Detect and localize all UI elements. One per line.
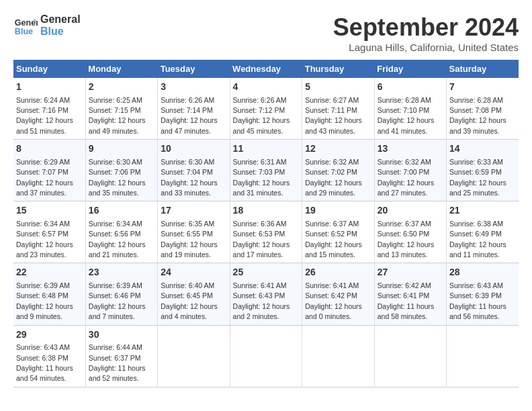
day-info: Sunrise: 6:30 AM Sunset: 7:04 PM Dayligh…: [161, 158, 218, 197]
logo-blue: Blue: [40, 26, 81, 38]
day-number: 6: [378, 81, 443, 94]
day-info: Sunrise: 6:34 AM Sunset: 6:56 PM Dayligh…: [89, 220, 146, 259]
day-number: 24: [161, 266, 226, 279]
header-thursday: Thursday: [302, 60, 374, 78]
day-info: Sunrise: 6:26 AM Sunset: 7:12 PM Dayligh…: [233, 96, 290, 135]
day-cell: 1 Sunrise: 6:24 AM Sunset: 7:16 PM Dayli…: [13, 78, 85, 140]
day-info: Sunrise: 6:40 AM Sunset: 6:45 PM Dayligh…: [161, 281, 218, 320]
day-number: 7: [449, 81, 516, 94]
day-number: 14: [449, 142, 516, 156]
week-row-3: 15 Sunrise: 6:34 AM Sunset: 6:57 PM Dayl…: [13, 201, 519, 263]
day-number: 5: [305, 81, 371, 94]
day-cell: 25 Sunrise: 6:41 AM Sunset: 6:43 PM Dayl…: [230, 263, 302, 325]
calendar-table: SundayMondayTuesdayWednesdayThursdayFrid…: [13, 60, 519, 387]
day-info: Sunrise: 6:31 AM Sunset: 7:03 PM Dayligh…: [233, 158, 290, 197]
day-number: 20: [378, 204, 443, 218]
header-sunday: Sunday: [13, 60, 85, 78]
day-number: 27: [378, 266, 443, 279]
day-info: Sunrise: 6:26 AM Sunset: 7:14 PM Dayligh…: [161, 96, 218, 135]
day-number: 12: [305, 142, 371, 156]
day-number: 4: [233, 81, 300, 94]
day-number: 21: [449, 204, 516, 218]
day-cell: 23 Sunrise: 6:39 AM Sunset: 6:46 PM Dayl…: [85, 263, 157, 325]
day-cell: 18 Sunrise: 6:36 AM Sunset: 6:53 PM Dayl…: [230, 201, 302, 263]
title-area: September 2024 Laguna Hills, California,…: [333, 13, 519, 53]
day-cell: 17 Sunrise: 6:35 AM Sunset: 6:55 PM Dayl…: [158, 201, 230, 263]
day-info: Sunrise: 6:44 AM Sunset: 6:37 PM Dayligh…: [89, 343, 146, 382]
day-number: 11: [233, 142, 300, 156]
day-cell: 16 Sunrise: 6:34 AM Sunset: 6:56 PM Dayl…: [85, 201, 157, 263]
day-number: 16: [89, 204, 154, 218]
day-info: Sunrise: 6:34 AM Sunset: 6:57 PM Dayligh…: [16, 220, 73, 259]
svg-text:Blue: Blue: [15, 27, 33, 36]
day-info: Sunrise: 6:32 AM Sunset: 7:02 PM Dayligh…: [305, 158, 362, 197]
day-info: Sunrise: 6:42 AM Sunset: 6:41 PM Dayligh…: [378, 281, 435, 320]
day-cell: 27 Sunrise: 6:42 AM Sunset: 6:41 PM Dayl…: [374, 263, 446, 325]
day-cell: 22 Sunrise: 6:39 AM Sunset: 6:48 PM Dayl…: [13, 263, 85, 325]
week-row-2: 8 Sunrise: 6:29 AM Sunset: 7:07 PM Dayli…: [13, 140, 519, 201]
day-cell: 5 Sunrise: 6:27 AM Sunset: 7:11 PM Dayli…: [302, 78, 374, 140]
day-info: Sunrise: 6:39 AM Sunset: 6:48 PM Dayligh…: [16, 281, 73, 320]
day-number: 2: [89, 81, 154, 94]
day-cell: [230, 325, 302, 387]
day-cell: 21 Sunrise: 6:38 AM Sunset: 6:49 PM Dayl…: [447, 201, 519, 263]
day-info: Sunrise: 6:38 AM Sunset: 6:49 PM Dayligh…: [449, 220, 506, 259]
day-info: Sunrise: 6:41 AM Sunset: 6:43 PM Dayligh…: [233, 281, 290, 320]
day-number: 9: [89, 142, 154, 156]
header-tuesday: Tuesday: [158, 60, 230, 78]
logo-icon: General Blue: [13, 13, 38, 38]
day-cell: 11 Sunrise: 6:31 AM Sunset: 7:03 PM Dayl…: [230, 140, 302, 201]
day-cell: 30 Sunrise: 6:44 AM Sunset: 6:37 PM Dayl…: [85, 325, 157, 387]
day-number: 29: [16, 328, 83, 342]
day-info: Sunrise: 6:37 AM Sunset: 6:50 PM Dayligh…: [378, 220, 435, 259]
day-info: Sunrise: 6:27 AM Sunset: 7:11 PM Dayligh…: [305, 96, 362, 135]
day-cell: 15 Sunrise: 6:34 AM Sunset: 6:57 PM Dayl…: [13, 201, 85, 263]
day-info: Sunrise: 6:33 AM Sunset: 6:59 PM Dayligh…: [449, 158, 506, 197]
day-cell: [158, 325, 230, 387]
day-number: 3: [161, 81, 226, 94]
day-info: Sunrise: 6:24 AM Sunset: 7:16 PM Dayligh…: [16, 96, 73, 135]
day-cell: 8 Sunrise: 6:29 AM Sunset: 7:07 PM Dayli…: [13, 140, 85, 201]
day-cell: 26 Sunrise: 6:41 AM Sunset: 6:42 PM Dayl…: [302, 263, 374, 325]
day-cell: 4 Sunrise: 6:26 AM Sunset: 7:12 PM Dayli…: [230, 78, 302, 140]
day-info: Sunrise: 6:36 AM Sunset: 6:53 PM Dayligh…: [233, 220, 290, 259]
day-cell: 9 Sunrise: 6:30 AM Sunset: 7:06 PM Dayli…: [85, 140, 157, 201]
day-number: 17: [161, 204, 226, 218]
day-number: 19: [305, 204, 371, 218]
day-info: Sunrise: 6:28 AM Sunset: 7:10 PM Dayligh…: [378, 96, 435, 135]
day-cell: 3 Sunrise: 6:26 AM Sunset: 7:14 PM Dayli…: [158, 78, 230, 140]
day-number: 22: [16, 266, 83, 279]
day-info: Sunrise: 6:32 AM Sunset: 7:00 PM Dayligh…: [378, 158, 435, 197]
day-info: Sunrise: 6:30 AM Sunset: 7:06 PM Dayligh…: [89, 158, 146, 197]
logo-general: General: [40, 13, 81, 26]
header-monday: Monday: [85, 60, 157, 78]
day-cell: 2 Sunrise: 6:25 AM Sunset: 7:15 PM Dayli…: [85, 78, 157, 140]
day-cell: [374, 325, 446, 387]
day-number: 26: [305, 266, 371, 279]
day-cell: [447, 325, 519, 387]
day-info: Sunrise: 6:25 AM Sunset: 7:15 PM Dayligh…: [89, 96, 146, 135]
day-cell: 29 Sunrise: 6:43 AM Sunset: 6:38 PM Dayl…: [13, 325, 85, 387]
week-row-5: 29 Sunrise: 6:43 AM Sunset: 6:38 PM Dayl…: [13, 325, 519, 387]
day-cell: 10 Sunrise: 6:30 AM Sunset: 7:04 PM Dayl…: [158, 140, 230, 201]
day-info: Sunrise: 6:29 AM Sunset: 7:07 PM Dayligh…: [16, 158, 73, 197]
day-cell: 24 Sunrise: 6:40 AM Sunset: 6:45 PM Dayl…: [158, 263, 230, 325]
header-wednesday: Wednesday: [230, 60, 302, 78]
day-number: 23: [89, 266, 154, 279]
day-info: Sunrise: 6:41 AM Sunset: 6:42 PM Dayligh…: [305, 281, 362, 320]
day-info: Sunrise: 6:39 AM Sunset: 6:46 PM Dayligh…: [89, 281, 146, 320]
week-row-4: 22 Sunrise: 6:39 AM Sunset: 6:48 PM Dayl…: [13, 263, 519, 325]
day-number: 25: [233, 266, 300, 279]
day-number: 1: [16, 81, 83, 94]
day-cell: [302, 325, 374, 387]
day-number: 13: [378, 142, 443, 156]
day-cell: 20 Sunrise: 6:37 AM Sunset: 6:50 PM Dayl…: [374, 201, 446, 263]
day-number: 8: [16, 142, 83, 156]
day-number: 15: [16, 204, 83, 218]
calendar-header-row: SundayMondayTuesdayWednesdayThursdayFrid…: [13, 60, 519, 78]
day-info: Sunrise: 6:43 AM Sunset: 6:39 PM Dayligh…: [449, 281, 506, 320]
day-number: 28: [449, 266, 516, 279]
day-cell: 7 Sunrise: 6:28 AM Sunset: 7:08 PM Dayli…: [447, 78, 519, 140]
day-info: Sunrise: 6:37 AM Sunset: 6:52 PM Dayligh…: [305, 220, 362, 259]
header-saturday: Saturday: [447, 60, 519, 78]
